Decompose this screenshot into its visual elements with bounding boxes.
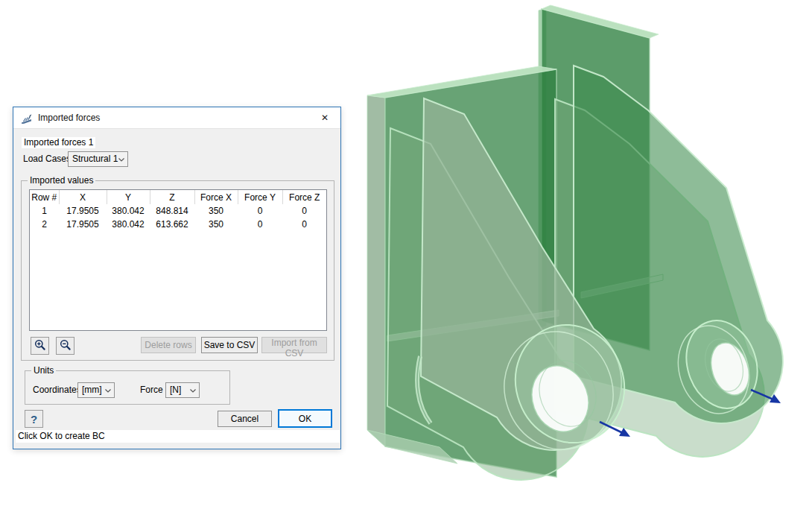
table-cell[interactable]: 848.814 [150,204,194,218]
table-cell[interactable]: 380.042 [107,204,150,218]
table-cell[interactable]: 350 [194,204,238,218]
zoom-in-icon [34,339,46,351]
column-header[interactable]: Row # [30,190,59,204]
imported-forces-icon [21,113,33,124]
close-icon[interactable]: ✕ [314,107,336,128]
zoom-out-button[interactable] [56,337,74,355]
table-header: Row #XYZForce XForce YForce Z [30,190,326,204]
units-legend: Units [31,365,56,376]
column-header[interactable]: X [59,190,107,204]
chevron-down-icon [105,389,111,393]
table-cell[interactable]: 2 [30,218,59,231]
help-button[interactable]: ? [25,410,43,428]
column-header[interactable]: Force Y [238,190,282,204]
delete-rows-button[interactable]: Delete rows [141,337,196,353]
table-cell[interactable]: 0 [238,218,282,231]
force-unit-select[interactable]: [N] [165,382,200,398]
table-cell[interactable]: 350 [194,218,238,231]
force-label: Force [140,385,163,396]
table-cell[interactable]: 0 [282,204,326,218]
zoom-out-icon [60,339,72,351]
cancel-button[interactable]: Cancel [218,411,272,427]
load-cases-label: Load Cases [23,154,71,165]
zoom-in-button[interactable] [31,337,49,355]
bracket-model [358,0,812,512]
dialog-title: Imported forces [38,107,100,128]
load-cases-value: Structural 1 [72,154,118,164]
imported-values-table[interactable]: Row #XYZForce XForce YForce Z 117.950538… [29,189,327,331]
table-cell[interactable]: 17.9505 [59,218,107,231]
bc-name-field[interactable]: Imported forces 1 [22,137,95,148]
table-cell[interactable]: 0 [238,204,282,218]
coordinates-unit-select[interactable]: [mm] [77,382,115,398]
table-cell[interactable]: 0 [282,218,326,231]
ok-button[interactable]: OK [278,409,332,428]
column-header[interactable]: Force Z [282,190,326,204]
table-cell[interactable]: 380.042 [107,218,150,231]
table-row[interactable]: 217.9505380.042613.66235000 [30,218,326,231]
coordinates-label: Coordinates [33,385,81,396]
application-window: Imported forces ✕ Imported forces 1 Load… [0,0,812,512]
save-to-csv-button[interactable]: Save to CSV [201,337,258,353]
status-bar: Click OK to create BC [16,430,340,443]
table-row[interactable]: 117.9505380.042848.81435000 [30,204,326,218]
coordinates-unit-value: [mm] [82,385,102,395]
load-cases-select[interactable]: Structural 1 [68,151,128,167]
import-from-csv-button[interactable]: Import from CSV [261,337,327,353]
imported-values-legend: Imported values [28,175,95,186]
table-cell[interactable]: 1 [30,204,59,218]
back-plate-left-face [367,95,385,446]
column-header[interactable]: Y [107,190,150,204]
column-header[interactable]: Force X [194,190,238,204]
force-unit-value: [N] [170,385,181,395]
table-cell[interactable]: 613.662 [150,218,194,231]
column-header[interactable]: Z [150,190,194,204]
table-cell[interactable]: 17.9505 [59,204,107,218]
chevron-down-icon [190,389,196,393]
model-viewport-3d[interactable] [358,0,812,512]
dialog-titlebar[interactable]: Imported forces ✕ [13,107,340,129]
chevron-down-icon [118,158,124,162]
imported-forces-dialog: Imported forces ✕ Imported forces 1 Load… [13,107,341,449]
